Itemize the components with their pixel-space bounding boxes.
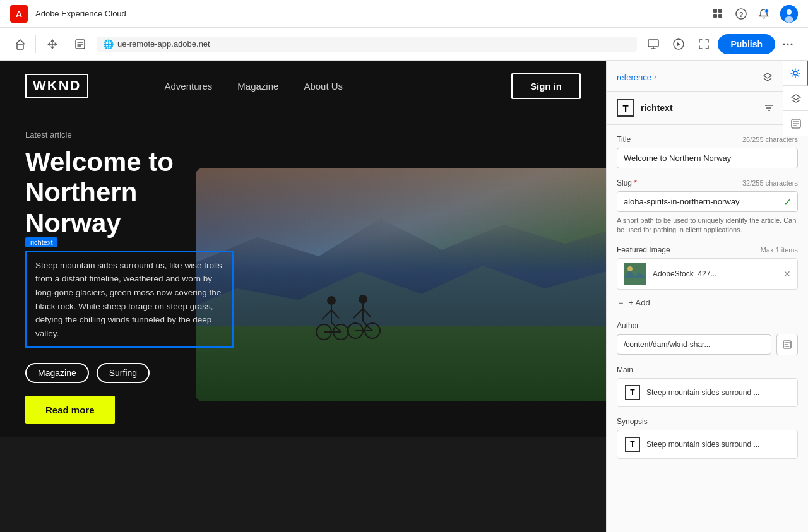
synopsis-item-type-icon: T (625, 437, 640, 452)
featured-image-area: AdobeStock_427... ✕ ＋ + Add (617, 258, 798, 311)
panel-breadcrumb-row: reference › (607, 61, 808, 92)
featured-image-name: AdobeStock_427... (653, 269, 777, 278)
nav-magazine[interactable]: Magazine (237, 81, 278, 92)
richtext-content[interactable]: Steep mountain sides surround us, like w… (25, 251, 234, 348)
edit-mode-icon[interactable] (69, 33, 92, 56)
panel-body: Title 26/255 characters Slug * 32/255 ch… (607, 125, 808, 469)
main-field: Main T Steep mountain sides surround ... (617, 365, 798, 407)
svg-point-41 (793, 71, 797, 75)
toolbar-divider (35, 35, 36, 53)
publish-button[interactable]: Publish (718, 34, 775, 54)
svg-rect-11 (648, 40, 658, 47)
featured-image-remove-button[interactable]: ✕ (783, 269, 791, 279)
svg-point-13 (783, 43, 785, 45)
play-icon[interactable] (667, 33, 690, 56)
svg-rect-9 (17, 44, 23, 49)
panel-breadcrumb[interactable]: reference (617, 73, 651, 82)
sunset-glow (196, 168, 606, 269)
cyclists-illustration (312, 288, 388, 351)
featured-image-label: Featured Image (617, 245, 670, 254)
url-bar[interactable]: 🌐 ue-remote-app.adobe.net (97, 37, 637, 52)
svg-line-18 (322, 310, 331, 319)
featured-image-thumbnail (624, 263, 646, 285)
adobe-logo: A (10, 5, 28, 23)
user-avatar[interactable] (780, 5, 798, 23)
notification-icon[interactable] (758, 8, 770, 20)
synopsis-item[interactable]: T Steep mountain sides surround ... (617, 430, 798, 459)
slug-input[interactable] (617, 191, 798, 212)
author-row (617, 334, 798, 355)
author-field: Author (617, 321, 798, 355)
richtext-wrapper: richtext Steep mountain sides surround u… (25, 251, 234, 348)
featured-image-item: AdobeStock_427... ✕ (617, 258, 798, 290)
main-item[interactable]: T Steep mountain sides surround ... (617, 378, 798, 407)
main-label: Main (617, 365, 798, 374)
url-text: ue-remote-app.adobe.net (117, 39, 210, 49)
slug-label: Slug * (617, 179, 637, 187)
synopsis-label: Synopsis (617, 417, 798, 426)
tag-surfing[interactable]: Surfing (97, 363, 150, 383)
side-properties-icon[interactable] (783, 61, 808, 86)
title-input[interactable] (617, 148, 798, 168)
svg-point-15 (791, 43, 793, 45)
desktop-icon[interactable] (642, 33, 665, 56)
panel-type-icon: T (617, 99, 634, 117)
svg-point-16 (327, 296, 336, 305)
slug-valid-icon: ✓ (783, 196, 792, 208)
svg-text:?: ? (739, 10, 744, 18)
main-item-type-icon: T (625, 385, 640, 400)
breadcrumb-arrow: › (654, 73, 656, 81)
globe-icon: 🌐 (103, 39, 114, 49)
toolbar: 🌐 ue-remote-app.adobe.net Publish (0, 28, 808, 61)
panel-type-name: richtext (641, 103, 673, 113)
tag-magazine[interactable]: Magazine (25, 363, 89, 383)
featured-image-field: Featured Image Max 1 items AdobeStock_42… (617, 245, 798, 311)
plus-icon: ＋ (617, 297, 625, 309)
help-icon[interactable]: ? (735, 8, 747, 20)
right-panel: reference › T (606, 61, 808, 532)
featured-image-max: Max 1 items (761, 246, 798, 254)
toolbar-right-actions: Publish (642, 33, 798, 56)
author-browse-button[interactable] (776, 334, 798, 355)
svg-point-39 (627, 266, 633, 271)
app-title: Adobe Experience Cloud (35, 9, 126, 18)
fullscreen-icon[interactable] (692, 33, 715, 56)
add-label: + Add (629, 298, 650, 307)
svg-rect-2 (713, 14, 717, 18)
read-more-button[interactable]: Read more (25, 396, 115, 424)
side-content-icon[interactable] (783, 111, 808, 136)
svg-line-26 (354, 309, 363, 318)
slug-chars: 32/255 characters (742, 179, 798, 187)
svg-point-14 (787, 43, 789, 45)
svg-rect-0 (713, 9, 717, 13)
signin-button[interactable]: Sign in (511, 73, 581, 99)
side-layers-icon[interactable] (783, 86, 808, 111)
top-bar: A Adobe Experience Cloud ? (0, 0, 808, 28)
main-content: WKND Adventures Magazine About Us Sign i… (0, 61, 808, 532)
slug-field: Slug * 32/255 characters ✓ A short path … (617, 179, 798, 235)
nav-about-us[interactable]: About Us (304, 81, 343, 92)
svg-point-7 (787, 9, 792, 15)
home-icon[interactable] (10, 34, 30, 54)
richtext-label: richtext (25, 237, 57, 247)
more-options-icon[interactable] (778, 34, 798, 54)
side-icon-strip (783, 61, 808, 136)
grid-icon[interactable] (712, 8, 725, 20)
panel-filter-icon[interactable] (760, 99, 778, 117)
move-icon[interactable] (41, 33, 64, 56)
panel-layers-icon[interactable] (759, 68, 776, 86)
panel-title-row: T richtext (607, 92, 808, 125)
svg-rect-1 (718, 9, 722, 13)
site-nav: WKND Adventures Magazine About Us Sign i… (0, 61, 606, 111)
site-logo: WKND (25, 74, 88, 98)
author-input[interactable] (617, 334, 771, 355)
synopsis-field: Synopsis T Steep mountain sides surround… (617, 417, 798, 459)
top-bar-actions: ? (712, 5, 798, 23)
nav-adventures[interactable]: Adventures (164, 81, 212, 92)
site-nav-links: Adventures Magazine About Us (164, 81, 343, 92)
svg-point-8 (785, 16, 793, 23)
slug-hint: A short path to be used to uniquely iden… (617, 216, 798, 235)
add-image-button[interactable]: ＋ + Add (617, 295, 798, 311)
svg-line-27 (363, 309, 371, 317)
synopsis-item-text: Steep mountain sides surround ... (646, 440, 759, 449)
